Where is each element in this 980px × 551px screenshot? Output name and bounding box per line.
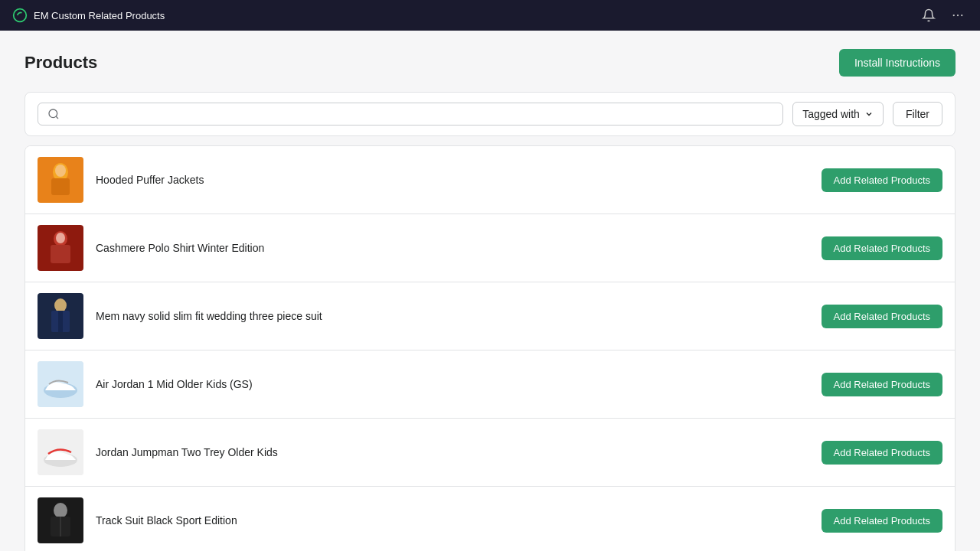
svg-point-0 [953, 15, 955, 16]
add-related-products-button[interactable]: Add Related Products [822, 236, 942, 260]
top-nav: EM Custom Related Products [0, 0, 980, 31]
product-name: Air Jordan 1 Mid Older Kids (GS) [96, 378, 822, 390]
product-thumbnail [38, 361, 83, 407]
nav-brand: EM Custom Related Products [12, 8, 165, 23]
search-input-wrap [38, 103, 783, 126]
add-related-products-button[interactable]: Add Related Products [822, 373, 942, 396]
page-header: Products Install Instructions [24, 49, 956, 77]
add-related-products-button[interactable]: Add Related Products [822, 305, 942, 328]
product-thumbnail [38, 157, 83, 203]
product-row: Cashmere Polo Shirt Winter EditionAdd Re… [25, 214, 955, 282]
search-input[interactable] [66, 108, 773, 120]
tagged-with-button[interactable]: Tagged with [792, 102, 884, 126]
product-thumbnail [38, 293, 83, 339]
add-related-products-button[interactable]: Add Related Products [822, 168, 942, 192]
svg-point-1 [957, 15, 959, 16]
add-related-products-button[interactable]: Add Related Products [822, 441, 942, 465]
product-name: Mem navy solid slim fit wedding three pi… [96, 310, 822, 322]
product-name: Cashmere Polo Shirt Winter Edition [96, 242, 822, 254]
product-thumbnail [38, 497, 83, 543]
logo-icon [12, 8, 28, 23]
search-area: Tagged with Filter [24, 92, 956, 136]
page-title: Products [24, 53, 97, 73]
svg-point-8 [55, 165, 66, 177]
product-row: Jordan Jumpman Two Trey Older KidsAdd Re… [25, 419, 955, 487]
chevron-down-icon [864, 109, 874, 119]
notification-button[interactable] [919, 5, 939, 25]
product-row: Track Suit Black Sport EditionAdd Relate… [25, 487, 955, 551]
product-name: Jordan Jumpman Two Trey Older Kids [96, 446, 822, 458]
add-related-products-button[interactable]: Add Related Products [822, 509, 942, 533]
product-thumbnail [38, 429, 83, 475]
svg-point-22 [54, 503, 67, 518]
svg-point-2 [961, 15, 962, 16]
products-list: Hooded Puffer JacketsAdd Related Product… [24, 145, 956, 551]
svg-rect-16 [58, 311, 63, 332]
product-name: Track Suit Black Sport Edition [96, 514, 822, 527]
svg-rect-11 [51, 245, 70, 263]
nav-actions [919, 5, 968, 25]
main-content: Products Install Instructions Tagged wit… [0, 31, 980, 551]
tagged-with-label: Tagged with [802, 108, 860, 120]
svg-rect-7 [51, 178, 70, 195]
filter-button[interactable]: Filter [893, 102, 942, 126]
more-options-button[interactable] [948, 5, 968, 25]
product-name: Hooded Puffer Jackets [96, 174, 822, 186]
svg-point-14 [54, 298, 67, 312]
product-thumbnail [38, 225, 83, 271]
product-row: Air Jordan 1 Mid Older Kids (GS)Add Rela… [25, 350, 955, 419]
search-icon [47, 108, 60, 120]
svg-point-12 [56, 233, 65, 243]
product-row: Mem navy solid slim fit wedding three pi… [25, 282, 955, 350]
app-name: EM Custom Related Products [34, 10, 165, 21]
svg-line-4 [56, 116, 58, 119]
product-row: Hooded Puffer JacketsAdd Related Product… [25, 146, 955, 214]
svg-point-3 [49, 109, 57, 118]
install-instructions-button[interactable]: Install Instructions [839, 49, 956, 77]
